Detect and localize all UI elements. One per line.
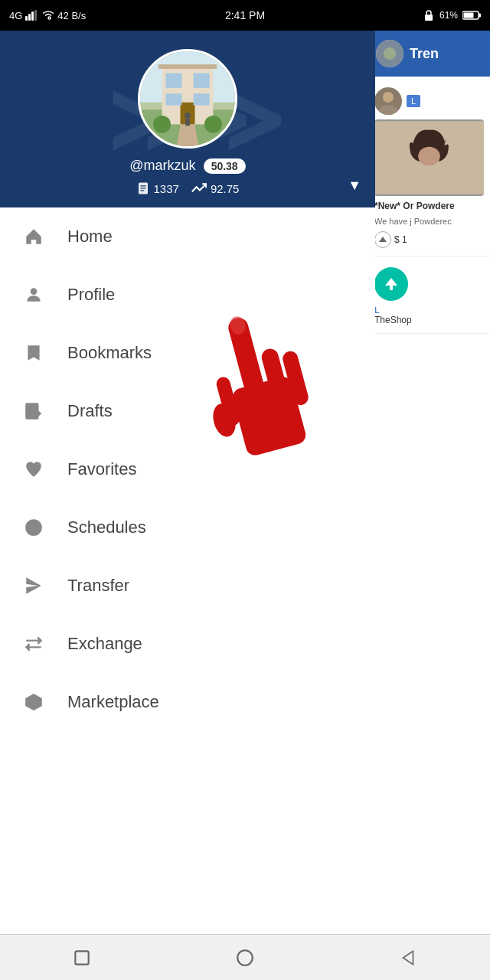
avatar-image [140,51,235,146]
trending-card-1-desc: We have j Powderec [374,216,484,227]
svg-rect-6 [479,14,482,18]
right-avatar-img [376,40,403,67]
svg-rect-17 [194,93,210,105]
trending-card-1-image [374,119,484,196]
nav-back-button[interactable] [391,941,425,975]
posts-icon [136,181,150,195]
username-text: @markzuk [129,158,195,174]
svg-rect-3 [34,10,37,21]
svg-rect-4 [425,15,433,21]
sidebar-item-label: Profile [67,285,115,305]
svg-rect-24 [140,188,146,188]
chevron-up-icon [378,235,387,244]
upvote-button[interactable] [374,231,391,248]
sidebar-item-profile[interactable]: Profile [0,266,375,324]
battery-icon [462,11,481,20]
nav-square-button[interactable] [65,941,99,975]
box-icon [21,690,46,714]
sidebar-item-favorites[interactable]: Favorites [0,440,375,498]
svg-point-36 [384,47,396,60]
posts-stat: 1337 [136,181,179,195]
bookmark-icon [21,341,46,365]
trending-stat: 92.75 [191,182,240,195]
exchange-icon [21,632,46,656]
svg-rect-23 [140,185,146,186]
status-right: 61% [423,9,481,21]
svg-rect-15 [194,74,210,88]
sidebar-item-schedules[interactable]: Schedules [0,498,375,557]
clock-icon [21,515,46,540]
sidebar-item-label: Marketplace [67,692,159,712]
trending-card-1-title: *New* Or Powdere [374,201,484,213]
right-panel-title: Tren [410,46,439,62]
svg-point-18 [153,116,171,133]
right-panel-avatar [376,40,403,67]
home-icon [21,224,46,249]
carrier-text: 4G [9,10,22,21]
send-icon [21,573,46,598]
signal-icon [25,10,39,21]
card2-shop-name: TheShop [374,315,484,325]
sidebar-item-label: Home [67,227,113,247]
trending-value: 92.75 [211,182,240,195]
svg-rect-1 [28,14,31,21]
svg-marker-31 [26,577,41,594]
upload-icon [382,275,400,293]
sidebar-item-bookmarks[interactable]: Bookmarks [0,324,375,382]
bottom-nav [0,934,490,980]
drawer-header: @markzuk 50.38 1337 92.75 [0,31,375,207]
score-badge: 50.38 [204,158,246,174]
sidebar-item-label: Favorites [67,459,136,479]
back-triangle-icon [398,948,418,968]
svg-point-38 [383,92,394,103]
sidebar-item-marketplace[interactable]: Marketplace [0,673,375,731]
sidebar-item-label: Schedules [67,518,146,537]
right-panel: Tren L *New* Or Powdere [368,31,490,980]
svg-rect-12 [158,64,217,69]
username-row: @markzuk 50.38 [129,158,245,174]
svg-rect-14 [165,74,181,88]
svg-point-51 [237,950,253,965]
trending-card-1[interactable]: L *New* Or Powdere We have j Powderec $ … [368,80,490,256]
svg-point-41 [418,147,440,166]
card1-img [374,119,484,196]
sidebar-item-exchange[interactable]: Exchange [0,615,375,673]
svg-marker-52 [403,951,413,964]
card1-price: $ 1 [394,234,407,245]
sidebar-item-home[interactable]: Home [0,207,375,266]
sidebar-item-drafts[interactable]: Drafts [0,382,375,440]
square-icon [72,948,92,968]
nav-home-button[interactable] [228,941,262,975]
teal-upload-circle [374,267,408,301]
speed-text: 42 B/s [57,10,86,21]
circle-icon [235,948,255,968]
stats-row: 1337 92.75 [136,181,240,195]
sidebar-item-label: Exchange [67,634,142,654]
status-left: 4G 42 B/s [9,10,86,21]
sidebar-item-transfer[interactable]: Transfer [0,557,375,615]
right-panel-header: Tren [368,31,490,77]
svg-marker-42 [385,278,397,290]
sidebar-item-label: Drafts [67,401,113,421]
wifi-icon [42,11,54,20]
svg-point-26 [31,288,38,295]
trending-card-2[interactable]: L TheShop [368,260,490,334]
lock-icon [423,9,435,21]
avatar[interactable] [138,49,237,149]
person-icon [21,283,46,307]
posts-count: 1337 [154,182,179,195]
menu-list: Home Profile Bookmarks Drafts [0,207,375,980]
sidebar-item-label: Transfer [67,576,129,596]
heart-icon [21,457,46,482]
drawer-panel: @markzuk 50.38 1337 92.75 [0,31,375,980]
svg-rect-0 [25,16,28,21]
svg-rect-7 [464,13,474,18]
svg-rect-2 [31,11,34,21]
svg-rect-16 [165,93,181,105]
card1-author-avatar [374,87,402,115]
trending-icon [191,182,207,194]
trending-card-1-footer: $ 1 [374,231,484,248]
dropdown-arrow-icon[interactable]: ▼ [348,178,361,194]
svg-rect-50 [75,951,88,964]
battery-pct: 61% [439,10,458,21]
